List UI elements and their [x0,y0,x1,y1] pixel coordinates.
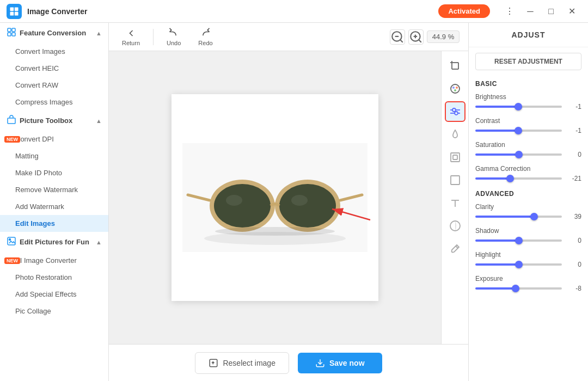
gamma-row: Gamma Correction -21 [469,162,588,186]
svg-rect-6 [8,33,11,36]
svg-point-23 [279,184,336,228]
chevron-up-icon3: ▲ [96,239,102,245]
svg-rect-8 [8,118,15,124]
effect-tool-btn[interactable] [445,216,465,236]
svg-point-34 [452,87,455,89]
exposure-row: Exposure -8 [469,272,588,296]
sidebar-item-convert-images[interactable]: Convert Images [0,43,108,60]
sidebar-section-edit-pictures[interactable]: Edit Pictures for Fun ▲ [0,232,108,252]
shadow-slider[interactable] [475,239,562,242]
frame-tool-btn[interactable] [445,147,465,168]
clarity-slider[interactable] [475,216,562,218]
exposure-slider[interactable] [475,287,562,290]
saturation-row: Saturation 0 [469,138,588,162]
save-button[interactable]: Save now [298,353,382,373]
gamma-slider[interactable] [475,177,562,180]
water-tool-btn[interactable] [445,124,465,145]
crop-tool-btn[interactable] [445,56,465,76]
picture-toolbox-label: Picture Toolbox [20,116,72,125]
reset-adjustment-button[interactable]: RESET ADJUSTMENT [475,53,581,70]
bottom-bar: Reselect image Save now [109,344,468,381]
sidebar-item-convert-dpi[interactable]: NEW Convert DPI [0,131,108,148]
brightness-row: Brightness -1 [469,90,588,114]
sidebar-item-photo-restoration[interactable]: Photo Restoration [0,269,108,286]
color-tool-btn[interactable] [445,78,465,99]
highlight-slider[interactable] [475,263,562,266]
zoom-in-button[interactable] [408,29,424,45]
edit-pictures-label: Edit Pictures for Fun [20,238,89,246]
brightness-label: Brightness [475,93,581,101]
minimize-btn[interactable]: ─ [520,3,540,20]
fun-icon [7,236,16,248]
svg-rect-0 [10,7,14,11]
shadow-value: 0 [566,237,581,244]
contrast-label: Contrast [475,117,581,125]
saturation-slider[interactable] [475,153,562,156]
sidebar-item-convert-heic[interactable]: Convert HEIC [0,60,108,77]
gamma-value: -21 [566,175,581,182]
menu-btn[interactable]: ⋮ [500,3,519,20]
sidebar-item-convert-raw[interactable]: Convert RAW [0,77,108,94]
activated-button[interactable]: Activated [438,4,490,18]
adjust-tool-btn[interactable] [445,101,465,122]
svg-point-36 [454,89,456,91]
close-btn[interactable]: ✕ [562,3,581,20]
brush-tool-btn[interactable] [445,238,465,259]
sidebar-section-picture-toolbox[interactable]: Picture Toolbox ▲ [0,110,108,131]
maximize-btn[interactable]: □ [541,3,561,20]
chevron-up-icon2: ▲ [96,118,102,124]
svg-line-12 [400,40,403,42]
sidebar-item-compress-images[interactable]: Compress Images [0,94,108,110]
sidebar-item-add-special-effects[interactable]: Add Special Effects [0,286,108,303]
adjust-panel: ADJUST RESET ADJUSTMENT BASIC Brightness… [468,23,588,381]
sidebar-item-make-id-photo[interactable]: Make ID Photo [0,164,108,181]
sidebar-item-remove-watermark[interactable]: Remove Watermark [0,181,108,198]
sidebar-item-ai-image-converter[interactable]: NEW AI Image Converter [0,252,108,269]
svg-point-37 [452,108,456,112]
clarity-label: Clarity [475,203,581,211]
frame2-tool-btn[interactable] [445,170,465,190]
svg-rect-5 [12,28,15,32]
zoom-out-button[interactable] [390,29,405,45]
sidebar-section-feature-conversion[interactable]: Feature Conversion ▲ [0,23,108,43]
saturation-label: Saturation [475,141,581,149]
basic-section-title: BASIC [469,76,588,90]
sidebar: Feature Conversion ▲ Convert Images Conv… [0,23,109,381]
sidebar-item-matting[interactable]: Matting [0,148,108,164]
text-tool-btn[interactable] [445,193,465,213]
return-button[interactable]: Return [118,26,144,48]
svg-rect-3 [15,11,19,15]
content-area: Return Undo Redo 44.9 % [109,23,468,381]
title-bar: Image Converter Activated ⋮ ─ □ ✕ [0,0,588,23]
toolbar-sep1 [153,29,154,45]
svg-rect-7 [12,33,15,36]
app-title: Image Converter [27,7,433,16]
window-controls: ⋮ ─ □ ✕ [500,3,581,20]
redo-button[interactable]: Redo [194,26,217,48]
contrast-row: Contrast -1 [469,114,588,138]
main-layout: Feature Conversion ▲ Convert Images Conv… [0,23,588,381]
toolbox-icon [7,115,16,126]
right-tool-panel [441,51,468,344]
brightness-slider[interactable] [475,106,562,108]
sidebar-item-pic-collage[interactable]: Pic Collage [0,303,108,319]
canvas-area [109,51,441,344]
zoom-area: 44.9 % [390,29,460,45]
clarity-value: 39 [566,213,581,220]
shadow-row: Shadow 0 [469,224,588,248]
sidebar-item-add-watermark[interactable]: Add Watermark [0,198,108,215]
svg-rect-2 [10,11,14,15]
contrast-value: -1 [566,127,581,134]
svg-point-24 [226,195,242,206]
save-icon [315,358,325,368]
svg-point-25 [291,195,308,206]
zoom-value: 44.9 % [427,30,460,43]
svg-rect-4 [8,28,11,32]
highlight-value: 0 [566,261,581,268]
contrast-slider[interactable] [475,130,562,132]
reselect-button[interactable]: Reselect image [195,352,289,374]
sidebar-item-edit-images[interactable]: Edit Images [0,215,108,232]
return-label: Return [122,40,140,46]
undo-button[interactable]: Undo [162,26,185,48]
svg-point-26 [215,227,335,236]
